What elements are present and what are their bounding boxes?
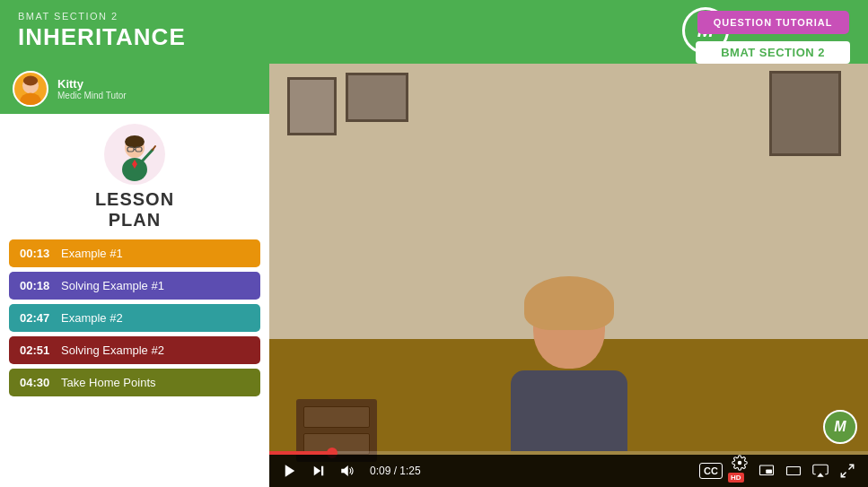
left-panel: Kitty Medic Mind Tutor xyxy=(0,64,269,487)
main-content: Kitty Medic Mind Tutor xyxy=(0,64,868,487)
svg-point-1 xyxy=(20,93,40,106)
time-display: 0:09 / 1:25 xyxy=(370,465,421,477)
lesson-item-label: Solving Example #1 xyxy=(61,279,164,292)
lesson-item-label: Take Home Points xyxy=(61,376,156,389)
mini-player-icon xyxy=(758,463,775,479)
svg-marker-14 xyxy=(285,465,295,477)
airplay-icon xyxy=(812,463,829,479)
tutor-name: Kitty xyxy=(57,77,127,91)
svg-marker-17 xyxy=(341,465,348,476)
video-watermark: M xyxy=(823,410,857,444)
lesson-item[interactable]: 02:47Example #2 xyxy=(9,304,260,332)
video-person xyxy=(461,200,677,451)
question-tutorial-button[interactable]: QUESTION TUTORIAL xyxy=(697,11,849,34)
controls-right: CC HD xyxy=(699,453,857,487)
person-head xyxy=(533,283,605,369)
person-hair xyxy=(524,276,614,330)
gear-icon xyxy=(732,455,748,471)
skip-button[interactable] xyxy=(309,461,329,481)
lesson-item-time: 02:47 xyxy=(20,311,54,325)
tutor-info: Kitty Medic Mind Tutor xyxy=(57,77,127,100)
dresser-drawer-1 xyxy=(303,406,370,428)
lesson-item-time: 00:13 xyxy=(20,247,54,260)
svg-point-7 xyxy=(125,135,145,148)
lesson-plan-section: LESSON PLAN 00:13Example #100:18Solving … xyxy=(0,114,269,402)
lesson-item[interactable]: 02:51Solving Example #2 xyxy=(9,336,260,364)
header-bar: BMAT SECTION 2 INHERITANCE M QUESTION TU… xyxy=(0,0,868,64)
volume-icon xyxy=(339,463,355,479)
airplay-button[interactable] xyxy=(811,461,830,481)
settings-button[interactable] xyxy=(730,453,750,473)
play-button[interactable] xyxy=(280,461,300,481)
person-body xyxy=(511,370,627,451)
hd-badge: HD xyxy=(728,473,744,483)
svg-point-3 xyxy=(23,76,38,86)
lesson-item-label: Example #1 xyxy=(61,247,123,260)
lesson-plan-title: LESSON PLAN xyxy=(95,189,174,230)
bmat-section-badge: BMAT SECTION 2 xyxy=(696,41,850,64)
theater-button[interactable] xyxy=(784,461,803,481)
lesson-item[interactable]: 04:30Take Home Points xyxy=(9,369,260,396)
tutor-role: Medic Mind Tutor xyxy=(57,91,127,100)
svg-line-23 xyxy=(849,465,854,469)
video-area: M xyxy=(269,64,868,487)
volume-button[interactable] xyxy=(338,461,357,481)
cc-label: CC xyxy=(704,465,718,477)
controls-bar: 0:09 / 1:25 CC xyxy=(269,455,868,487)
svg-rect-20 xyxy=(766,470,772,474)
lesson-items: 00:13Example #100:18Solving Example #102… xyxy=(0,239,269,396)
svg-rect-21 xyxy=(787,467,801,475)
wall-frame-1 xyxy=(287,77,337,135)
svg-marker-22 xyxy=(817,473,824,477)
fullscreen-icon xyxy=(839,463,855,479)
play-icon xyxy=(282,463,298,479)
lesson-item-label: Example #2 xyxy=(61,311,123,325)
lesson-item[interactable]: 00:18Solving Example #1 xyxy=(9,272,260,300)
lesson-item-time: 00:18 xyxy=(20,279,54,292)
wall-frame-2 xyxy=(346,73,408,122)
svg-marker-15 xyxy=(314,466,321,476)
settings-wrapper: HD xyxy=(730,453,750,487)
lesson-item-time: 02:51 xyxy=(20,344,54,357)
cc-button[interactable]: CC xyxy=(699,463,723,479)
tutor-row: Kitty Medic Mind Tutor xyxy=(0,64,269,114)
mini-player-button[interactable] xyxy=(757,461,776,481)
header-right: QUESTION TUTORIAL BMAT SECTION 2 xyxy=(696,11,850,64)
wall-frame-3 xyxy=(769,71,841,156)
svg-point-18 xyxy=(738,461,742,465)
svg-line-24 xyxy=(841,473,846,477)
avatar xyxy=(13,71,48,107)
lesson-plan-icon xyxy=(103,123,166,186)
lesson-item-time: 04:30 xyxy=(20,376,54,389)
svg-rect-16 xyxy=(321,466,323,476)
lesson-item[interactable]: 00:13Example #1 xyxy=(9,239,260,267)
lesson-item-label: Solving Example #2 xyxy=(61,344,164,357)
video-player: BMAT SECTION 2 INHERITANCE M QUESTION TU… xyxy=(0,0,868,487)
skip-icon xyxy=(311,463,327,479)
theater-icon xyxy=(785,463,802,479)
fullscreen-button[interactable] xyxy=(837,461,857,481)
